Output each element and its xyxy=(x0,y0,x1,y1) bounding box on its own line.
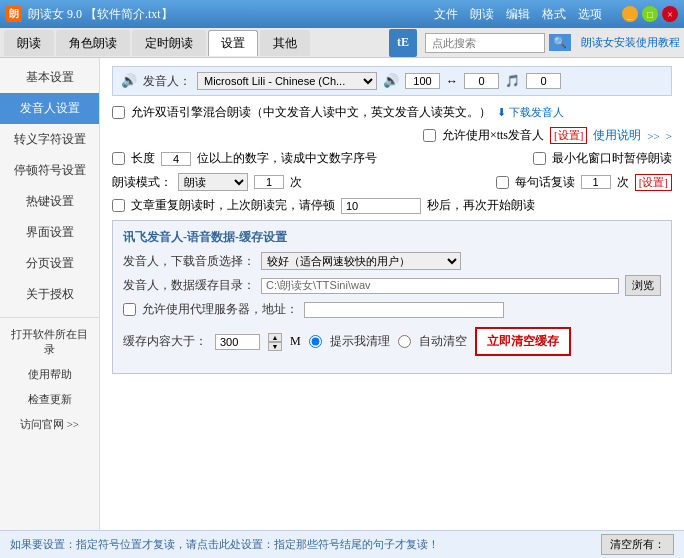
maximize-button[interactable]: □ xyxy=(642,6,658,22)
status-text: 如果要设置：指定符号位置才复读，请点击此处设置：指定那些符号结尾的句子才复读！ xyxy=(10,537,439,552)
sidebar-item-ui[interactable]: 界面设置 xyxy=(0,217,99,248)
tab-settings[interactable]: 设置 xyxy=(208,30,258,56)
iflytek-section: 讯飞发音人-语音数据-缓存设置 发音人，下载音质选择： 较好（适合网速较快的用户… xyxy=(112,220,672,374)
radio-remind[interactable] xyxy=(309,335,322,348)
digit-length-input[interactable] xyxy=(161,152,191,166)
app-title: 朗读女 9.0 【软件简介.txt】 xyxy=(28,6,434,23)
repeat-cb[interactable] xyxy=(112,199,125,212)
radio-remind-label: 提示我清理 xyxy=(330,333,390,350)
sidebar-item-hotkey[interactable]: 热键设置 xyxy=(0,186,99,217)
sidebar-item-basic[interactable]: 基本设置 xyxy=(0,62,99,93)
search-input[interactable] xyxy=(425,33,545,53)
each-sentence-num[interactable] xyxy=(581,175,611,189)
each-sentence-checkbox[interactable] xyxy=(496,176,509,189)
xtts-row: 允许使用×tts发音人 [设置] 使用说明 >> > xyxy=(112,127,672,144)
read-mode-row: 朗读模式： 朗读 次 每句话复读 次 [设置] xyxy=(112,173,672,191)
read-mode-unit: 次 xyxy=(290,174,302,191)
each-sentence-unit: 次 xyxy=(617,174,629,191)
vol-icon: 🔊 xyxy=(383,73,399,89)
bilingual-checkbox[interactable] xyxy=(112,106,125,119)
sidebar-item-pause[interactable]: 停顿符号设置 xyxy=(0,155,99,186)
cache-size-input[interactable] xyxy=(215,334,260,350)
download-voice-link[interactable]: ⬇ 下载发音人 xyxy=(497,105,564,120)
minimize-pause-checkbox[interactable] xyxy=(533,152,546,165)
menu-bar: 文件 朗读 编辑 格式 选项 xyxy=(434,6,602,23)
close-button[interactable]: × xyxy=(662,6,678,22)
dir-label: 发音人，数据缓存目录： xyxy=(123,277,255,294)
sidebar: 基本设置 发音人设置 转义字符设置 停顿符号设置 热键设置 界面设置 分页设置 … xyxy=(0,58,100,530)
minimize-pause-label: 最小化窗口时暂停朗读 xyxy=(552,150,672,167)
menu-options[interactable]: 选项 xyxy=(578,6,602,23)
proxy-input[interactable] xyxy=(304,302,504,318)
quality-select[interactable]: 较好（适合网速较快的用户） xyxy=(261,252,461,270)
radio-auto-label: 自动清空 xyxy=(419,333,467,350)
cache-spin-up[interactable]: ▲ xyxy=(268,333,282,342)
sidebar-item-page[interactable]: 分页设置 xyxy=(0,248,99,279)
tab-langdu[interactable]: 朗读 xyxy=(4,30,54,56)
sidebar-item-license[interactable]: 关于授权 xyxy=(0,279,99,310)
clear-cache-button[interactable]: 立即清空缓存 xyxy=(475,327,571,356)
sidebar-item-voice[interactable]: 发音人设置 xyxy=(0,93,99,124)
menu-format[interactable]: 格式 xyxy=(542,6,566,23)
speed-input[interactable] xyxy=(464,73,499,89)
sidebar-item-escape[interactable]: 转义字符设置 xyxy=(0,124,99,155)
radio-auto[interactable] xyxy=(398,335,411,348)
sidebar-item-check-update[interactable]: 检查更新 xyxy=(0,387,99,412)
main-panel: 🔊 发音人： Microsoft Lili - Chinese (Ch... 🔊… xyxy=(100,58,684,530)
digit-row: 长度 位以上的数字，读成中文数字序号 最小化窗口时暂停朗读 xyxy=(112,150,672,167)
each-sentence-settings-link[interactable]: [设置] xyxy=(635,174,672,191)
app-icon: 朗 xyxy=(6,6,22,22)
each-sentence-label: 每句话复读 xyxy=(515,174,575,191)
speed-icon: ↔ xyxy=(446,74,458,89)
sidebar-divider xyxy=(0,310,99,318)
tab-other[interactable]: 其他 xyxy=(260,30,310,56)
menu-read[interactable]: 朗读 xyxy=(470,6,494,23)
volume-input[interactable] xyxy=(405,73,440,89)
tab-timed-read[interactable]: 定时朗读 xyxy=(132,30,206,56)
digit-label-after: 位以上的数字，读成中文数字序号 xyxy=(197,150,377,167)
speaker-icon: 🔊 xyxy=(121,73,137,89)
more-arrow2-icon: > xyxy=(666,130,672,142)
tab-role-read[interactable]: 角色朗读 xyxy=(56,30,130,56)
proxy-label: 允许使用代理服务器，地址： xyxy=(142,301,298,318)
minimize-button[interactable]: _ xyxy=(622,6,638,22)
te-avatar: tE xyxy=(389,29,417,57)
content-area: 基本设置 发音人设置 转义字符设置 停顿符号设置 热键设置 界面设置 分页设置 … xyxy=(0,58,684,530)
cache-unit: M xyxy=(290,334,301,349)
more-arrow-icon[interactable]: >> xyxy=(647,130,659,142)
bilingual-label: 允许双语引擎混合朗读（中文发音人读中文，英文发音人读英文。） xyxy=(131,104,491,121)
proxy-row: 允许使用代理服务器，地址： xyxy=(123,301,661,318)
proxy-checkbox[interactable] xyxy=(123,303,136,316)
xtts-settings-link[interactable]: [设置] xyxy=(550,127,587,144)
quality-label: 发音人，下载音质选择： xyxy=(123,253,255,270)
voice-selector[interactable]: Microsoft Lili - Chinese (Ch... xyxy=(197,72,377,90)
xtts-checkbox[interactable] xyxy=(423,129,436,142)
help-link[interactable]: 朗读女安装使用教程 xyxy=(581,35,680,50)
read-mode-num[interactable] xyxy=(254,175,284,189)
cache-spinbox: ▲ ▼ xyxy=(268,333,282,351)
cache-label: 缓存内容大于： xyxy=(123,333,207,350)
sidebar-item-help[interactable]: 使用帮助 xyxy=(0,362,99,387)
dir-input[interactable] xyxy=(261,278,619,294)
digit-checkbox[interactable] xyxy=(112,152,125,165)
sidebar-item-website[interactable]: 访问官网 >> xyxy=(0,412,99,437)
cache-spin-down[interactable]: ▼ xyxy=(268,342,282,351)
menu-edit[interactable]: 编辑 xyxy=(506,6,530,23)
menu-file[interactable]: 文件 xyxy=(434,6,458,23)
repeat-label2: 秒后，再次开始朗读 xyxy=(427,197,535,214)
repeat-pause-row: 文章重复朗读时，上次朗读完，请停顿 秒后，再次开始朗读 xyxy=(112,197,672,214)
pitch-input[interactable] xyxy=(526,73,561,89)
xtts-label: 允许使用×tts发音人 xyxy=(442,127,544,144)
cache-row: 缓存内容大于： ▲ ▼ M 提示我清理 自动清空 立即清空缓存 xyxy=(123,323,661,360)
browse-button[interactable]: 浏览 xyxy=(625,275,661,296)
title-bar: 朗 朗读女 9.0 【软件简介.txt】 文件 朗读 编辑 格式 选项 _ □ … xyxy=(0,0,684,28)
iflytek-title: 讯飞发音人-语音数据-缓存设置 xyxy=(123,229,661,246)
read-mode-select[interactable]: 朗读 xyxy=(178,173,248,191)
clear-all-button[interactable]: 清空所有： xyxy=(601,534,674,555)
search-button[interactable]: 🔍 xyxy=(549,34,571,51)
repeat-sec-input[interactable] xyxy=(341,198,421,214)
voice-label: 发音人： xyxy=(143,73,191,90)
usage-explanation-link[interactable]: 使用说明 xyxy=(593,127,641,144)
sidebar-item-open-dir[interactable]: 打开软件所在目录 xyxy=(0,322,99,362)
digit-label-before: 长度 xyxy=(131,150,155,167)
